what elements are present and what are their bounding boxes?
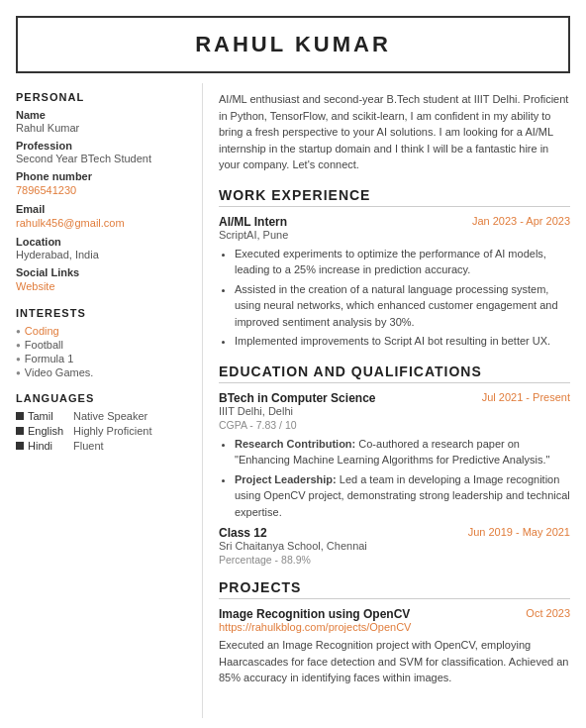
phone-label: Phone number — [16, 170, 190, 182]
coding-link[interactable]: Coding — [25, 325, 59, 337]
email-label: Email — [16, 203, 190, 215]
resume-header: RAHUL KUMAR — [16, 16, 570, 73]
education-section-title: EDUCATION AND QUALIFICATIONS — [219, 364, 570, 383]
profession-value: Second Year BTech Student — [16, 153, 190, 164]
projects-section-title: PROJECTS — [219, 579, 570, 599]
lang-level: Native Speaker — [73, 410, 147, 422]
list-item: Research Contribution: Co-authored a res… — [235, 436, 570, 468]
interests-section-title: INTERESTS — [16, 307, 190, 319]
edu-bullets: Research Contribution: Co-authored a res… — [219, 436, 570, 521]
job-date: Jan 2023 - Apr 2023 — [472, 215, 570, 227]
bullet-bold: Project Leadership: — [235, 473, 337, 485]
lang-bullet — [16, 442, 24, 450]
main-content: AI/ML enthusiast and second-year B.Tech … — [203, 83, 586, 718]
personal-section-title: PERSONAL — [16, 91, 190, 103]
name-value: Rahul Kumar — [16, 122, 190, 134]
lang-bullet — [16, 412, 24, 420]
list-item: Formula 1 — [16, 353, 190, 364]
list-item: Project Leadership: Led a team in develo… — [235, 471, 570, 521]
language-row-hindi: Hindi Fluent — [16, 440, 190, 452]
proj-date: Oct 2023 — [526, 607, 570, 621]
lang-name: Tamil — [28, 410, 69, 422]
edu-detail: CGPA - 7.83 / 10 — [219, 419, 570, 431]
edu-header-class12: Class 12 Jun 2019 - May 2021 — [219, 526, 570, 540]
job-title: AI/ML Intern — [219, 215, 287, 229]
lang-level: Highly Proficient — [73, 425, 151, 437]
list-item: Implemented improvements to Script AI bo… — [235, 333, 570, 350]
lang-bullet — [16, 427, 24, 435]
edu-school: Sri Chaitanya School, Chennai — [219, 540, 570, 552]
list-item: Video Games. — [16, 366, 190, 378]
intro-text: AI/ML enthusiast and second-year B.Tech … — [219, 91, 570, 173]
work-section-title: WORK EXPERIENCE — [219, 187, 570, 207]
profession-label: Profession — [16, 140, 190, 152]
edu-school: IIIT Delhi, Delhi — [219, 405, 570, 417]
edu-detail: Percentage - 88.9% — [219, 554, 570, 566]
job-bullets: Executed experiments to optimize the per… — [219, 246, 570, 350]
sidebar: PERSONAL Name Rahul Kumar Profession Sec… — [0, 83, 203, 718]
job-company: ScriptAI, Pune — [219, 229, 570, 241]
proj-header: Image Recognition using OpenCV Oct 2023 — [219, 607, 570, 621]
edu-degree: BTech in Computer Science — [219, 391, 375, 405]
proj-link[interactable]: https://rahulkblog.com/projects/OpenCV — [219, 621, 570, 633]
language-row-tamil: Tamil Native Speaker — [16, 410, 190, 422]
phone-link[interactable]: 7896541230 — [16, 184, 76, 196]
name-label: Name — [16, 109, 190, 121]
list-item: Assisted in the creation of a natural la… — [235, 281, 570, 331]
bullet-bold: Research Contribution: — [235, 438, 355, 450]
list-item: Football — [16, 339, 190, 351]
interests-list: Coding Football Formula 1 Video Games. — [16, 325, 190, 378]
lang-level: Fluent — [73, 440, 104, 452]
edu-header-btech: BTech in Computer Science Jul 2021 - Pre… — [219, 391, 570, 405]
languages-section-title: LANGUAGES — [16, 392, 190, 404]
list-item: Executed experiments to optimize the per… — [235, 246, 570, 278]
language-row-english: English Highly Proficient — [16, 425, 190, 437]
lang-name: Hindi — [28, 440, 69, 452]
social-label: Social Links — [16, 266, 190, 278]
proj-title: Image Recognition using OpenCV — [219, 607, 410, 621]
resume-page: RAHUL KUMAR PERSONAL Name Rahul Kumar Pr… — [0, 0, 586, 728]
job-header: AI/ML Intern Jan 2023 - Apr 2023 — [219, 215, 570, 229]
edu-date: Jul 2021 - Present — [482, 391, 570, 405]
resume-body: PERSONAL Name Rahul Kumar Profession Sec… — [0, 83, 586, 728]
location-value: Hyderabad, India — [16, 249, 190, 260]
website-link[interactable]: Website — [16, 280, 55, 292]
proj-desc: Executed an Image Recognition project wi… — [219, 637, 570, 686]
lang-name: English — [28, 425, 69, 437]
candidate-name: RAHUL KUMAR — [18, 32, 568, 57]
email-link[interactable]: rahulk456@gmail.com — [16, 217, 125, 229]
edu-date: Jun 2019 - May 2021 — [468, 526, 570, 540]
location-label: Location — [16, 236, 190, 248]
edu-degree: Class 12 — [219, 526, 267, 540]
list-item: Coding — [16, 325, 190, 337]
